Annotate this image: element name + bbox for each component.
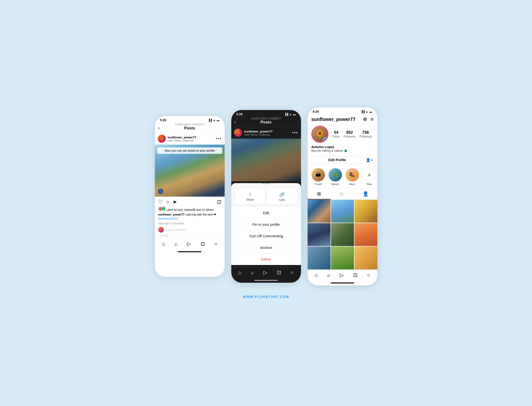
home-indicator-profile bbox=[331, 283, 354, 283]
grid-photo-9[interactable] bbox=[355, 246, 377, 269]
sheet-edit-button[interactable]: Edit bbox=[231, 207, 301, 219]
nav-shop-profile[interactable]: ⊡ bbox=[353, 272, 357, 278]
comment-input[interactable]: Add a comment... bbox=[166, 228, 221, 231]
highlight-nature-label: Nature bbox=[328, 183, 342, 186]
bookmark-button[interactable]: ⊡ bbox=[217, 199, 221, 205]
post-username-light[interactable]: sunflower_power77 bbox=[168, 136, 196, 139]
dots-menu-light[interactable]: ••• bbox=[216, 136, 222, 141]
add-post-icon[interactable]: ⊕ bbox=[363, 116, 367, 122]
comment-button[interactable]: ○ bbox=[166, 199, 169, 205]
nav-profile-dark[interactable]: ○ bbox=[291, 269, 294, 276]
pin-notice: Now you can pin posts to your profile bbox=[157, 147, 222, 154]
grid-photo-8[interactable] bbox=[331, 246, 354, 269]
sheet-turn-off-commenting-button[interactable]: Turn Off Commenting bbox=[231, 231, 301, 242]
highlight-hikes[interactable]: 🥾 Hikes bbox=[345, 168, 359, 186]
view-comments[interactable]: View all 5 comments bbox=[155, 221, 225, 226]
bottom-nav-light: ⌂ ⌕ ▷ ⊡ ○ bbox=[155, 238, 225, 250]
website-footer: WWW.PLANNTHAT.COM bbox=[243, 295, 289, 299]
wifi-icon-dark: ▲ bbox=[289, 113, 292, 116]
link-sheet-button[interactable]: 🔗 Link bbox=[267, 189, 297, 204]
profile-avatar[interactable]: 🌻 + bbox=[311, 126, 328, 143]
status-bar-profile: 5:26 ▐▐ ▲ ▬ bbox=[308, 107, 377, 114]
nav-search-dark[interactable]: ⌕ bbox=[251, 269, 254, 276]
add-comment-row: Add a comment... bbox=[155, 226, 225, 234]
back-arrow-dark[interactable]: ‹ bbox=[234, 119, 236, 124]
caption-hashtag[interactable]: #laketahoe2022 bbox=[158, 217, 178, 220]
bio-name: Autumn Lopez bbox=[311, 145, 374, 149]
grid-photo-4[interactable] bbox=[308, 223, 331, 246]
header-title-dark: Posts bbox=[235, 120, 297, 125]
nav-shop-light[interactable]: ⊡ bbox=[200, 241, 205, 247]
nav-reels-dark[interactable]: ▷ bbox=[263, 269, 267, 276]
stat-followers[interactable]: 852 Followers bbox=[344, 130, 356, 138]
nav-reels-profile[interactable]: ▷ bbox=[340, 272, 344, 278]
profile-header: sunflower_power77 ⊕ ≡ bbox=[308, 114, 377, 123]
like-avatar-2 bbox=[162, 207, 166, 211]
link-icon: 🔗 bbox=[269, 192, 295, 197]
share-button[interactable]: ➤ bbox=[173, 199, 177, 205]
status-icons-profile: ▐▐ ▲ ▬ bbox=[361, 110, 372, 113]
avatar-light[interactable]: 🌻 bbox=[158, 135, 166, 143]
highlight-travel[interactable]: 🏔 Travel bbox=[311, 168, 325, 186]
post-user-row-dark: 🌻 sunflower_power77 Lake Tahoe, Californ… bbox=[231, 127, 301, 139]
link-label: Link bbox=[269, 198, 295, 202]
post-username-dark[interactable]: sunflower_power77 bbox=[244, 130, 273, 133]
highlight-new[interactable]: + New bbox=[362, 168, 376, 186]
nav-home-dark[interactable]: ⌂ bbox=[238, 269, 241, 276]
bottom-nav-profile: ⌂ ⌕ ▷ ⊡ ○ bbox=[308, 269, 377, 282]
edit-profile-button[interactable]: Edit Profile bbox=[311, 156, 363, 164]
tab-posts[interactable]: ⊞ bbox=[308, 188, 331, 199]
nav-profile-light[interactable]: ○ bbox=[214, 241, 217, 247]
stat-posts-label: Posts bbox=[333, 135, 340, 138]
back-arrow-light[interactable]: ‹ bbox=[158, 125, 160, 130]
highlight-travel-label: Travel bbox=[311, 183, 325, 186]
post-caption: sunflower_power77 Lake trip with the bes… bbox=[155, 212, 225, 221]
grid-photo-3[interactable] bbox=[355, 200, 377, 223]
grid-photo-2[interactable] bbox=[331, 200, 354, 223]
grid-photo-7[interactable] bbox=[308, 246, 331, 269]
highlight-nature[interactable]: 🌿 Nature bbox=[328, 168, 342, 186]
share-sheet-button[interactable]: ↑ Share bbox=[235, 189, 265, 204]
stats-group: 54 Posts 852 Followers 756 Following bbox=[331, 130, 374, 138]
post-actions-left: ♡ ○ ➤ bbox=[158, 199, 177, 205]
sheet-delete-button[interactable]: Delete bbox=[231, 254, 301, 265]
grid-photo-6[interactable] bbox=[355, 223, 377, 246]
highlight-hikes-label: Hikes bbox=[345, 183, 359, 186]
signal-icon-dark: ▐▐ bbox=[284, 113, 288, 116]
home-indicator-light bbox=[178, 251, 201, 252]
post-user-left-dark: 🌻 sunflower_power77 Lake Tahoe, Californ… bbox=[234, 129, 273, 137]
time-dark: 5:26 bbox=[236, 112, 243, 116]
grid-photo-5[interactable] bbox=[331, 223, 354, 246]
stat-following[interactable]: 756 Following bbox=[360, 130, 372, 138]
battery-icon-dark: ▬ bbox=[293, 113, 296, 116]
grid-photo-1[interactable] bbox=[308, 200, 331, 223]
nav-home-profile[interactable]: ⌂ bbox=[315, 272, 318, 278]
post-profile-pic: 👤 bbox=[157, 188, 164, 195]
avatar-dark[interactable]: 🌻 bbox=[234, 129, 242, 137]
liked-by: Liked by liam_beanz99 and 12 others bbox=[155, 206, 225, 212]
post-actions-light: ♡ ○ ➤ ⊡ bbox=[155, 197, 225, 206]
menu-icon[interactable]: ≡ bbox=[370, 116, 374, 122]
nav-search-light[interactable]: ⌕ bbox=[175, 241, 177, 247]
status-icons-light: ▐▐ ▲ ▬ bbox=[208, 119, 219, 122]
profile-plus-badge[interactable]: + bbox=[323, 138, 328, 142]
tab-tagged[interactable]: 👤 bbox=[354, 188, 377, 199]
bottom-sheet: ↑ Share 🔗 Link Edit Pin to your profile … bbox=[231, 183, 301, 265]
stat-posts[interactable]: 54 Posts bbox=[333, 130, 340, 138]
share-icon: ↑ bbox=[237, 192, 263, 197]
home-indicator-dark bbox=[254, 280, 278, 281]
highlight-hikes-circle: 🥾 bbox=[345, 168, 359, 182]
dots-menu-dark[interactable]: ••• bbox=[292, 130, 298, 135]
nav-search-profile[interactable]: ⌕ bbox=[327, 272, 330, 278]
sheet-pin-button[interactable]: Pin to your profile bbox=[231, 219, 301, 230]
add-person-button[interactable]: 👤+ bbox=[365, 156, 374, 164]
stat-following-count: 756 bbox=[360, 130, 372, 135]
nav-reels-light[interactable]: ▷ bbox=[187, 241, 191, 247]
nav-profile-profile[interactable]: ○ bbox=[367, 272, 370, 278]
sheet-archive-button[interactable]: Archive bbox=[231, 242, 301, 254]
nav-home-light[interactable]: ⌂ bbox=[162, 241, 165, 247]
tab-reels[interactable]: ▷ bbox=[331, 188, 354, 199]
phone-light: 5:26 ▐▐ ▲ ▬ ‹ SUNFLOWER_POWER77 Posts 🌻 … bbox=[155, 116, 225, 277]
nav-shop-dark[interactable]: ⊡ bbox=[277, 269, 281, 276]
like-button[interactable]: ♡ bbox=[158, 199, 163, 205]
